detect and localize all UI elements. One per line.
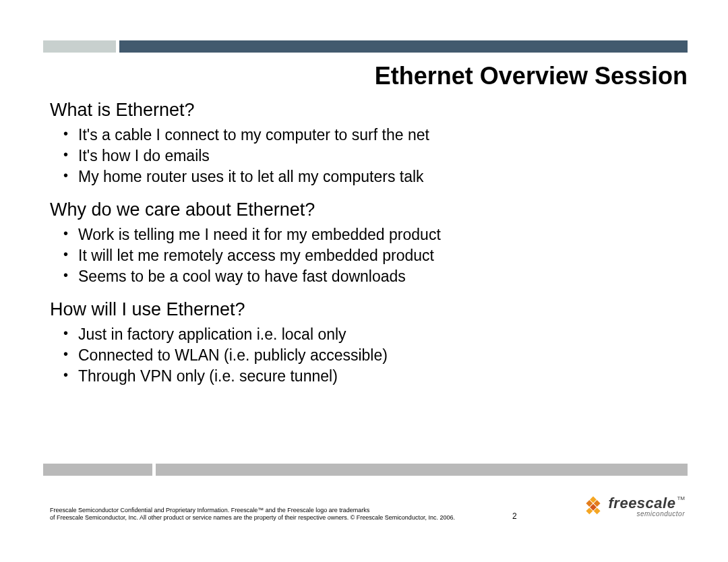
freescale-logo-icon	[582, 495, 605, 518]
bullet-item: It will let me remotely access my embedd…	[78, 245, 688, 266]
bullet-item: Connected to WLAN (i.e. publicly accessi…	[78, 345, 688, 366]
section-heading: Why do we care about Ethernet?	[50, 199, 688, 220]
bullet-item: Through VPN only (i.e. secure tunnel)	[78, 366, 688, 387]
page-number: 2	[512, 511, 517, 521]
bullet-item: Just in factory application i.e. local o…	[78, 324, 688, 345]
section-0: What is Ethernet? It's a cable I connect…	[50, 100, 688, 187]
bullet-item: Work is telling me I need it for my embe…	[78, 224, 688, 245]
bar-segment-light	[43, 40, 116, 53]
slide: Ethernet Overview Session What is Ethern…	[0, 0, 728, 562]
section-heading: How will I use Ethernet?	[50, 299, 688, 320]
logo-tm: TM	[677, 496, 685, 501]
logo-subtitle: semiconductor	[609, 511, 685, 518]
slide-content: What is Ethernet? It's a cable I connect…	[50, 100, 688, 399]
bullet-item: Seems to be a cool way to have fast down…	[78, 266, 688, 287]
footer-line-1: Freescale Semiconductor Confidential and…	[50, 507, 369, 513]
footer-line-2: of Freescale Semiconductor, Inc. All oth…	[50, 514, 455, 521]
section-heading: What is Ethernet?	[50, 100, 688, 121]
bullet-list: Just in factory application i.e. local o…	[50, 324, 688, 387]
bullet-list: Work is telling me I need it for my embe…	[50, 224, 688, 287]
bottom-decor-notch	[152, 464, 156, 480]
slide-title: Ethernet Overview Session	[375, 62, 688, 90]
bullet-item: My home router uses it to let all my com…	[78, 166, 688, 187]
bottom-decor-bar	[43, 464, 688, 476]
logo-main-line: freescale TM	[609, 496, 685, 511]
logo-name: freescale	[609, 496, 676, 511]
top-decor-bar	[43, 40, 688, 53]
logo-text-block: freescale TM semiconductor	[609, 496, 685, 518]
footer-disclaimer: Freescale Semiconductor Confidential and…	[50, 507, 481, 522]
bullet-item: It's how I do emails	[78, 146, 688, 166]
bullet-list: It's a cable I connect to my computer to…	[50, 125, 688, 187]
freescale-logo: freescale TM semiconductor	[582, 495, 685, 518]
section-2: How will I use Ethernet? Just in factory…	[50, 299, 688, 387]
section-1: Why do we care about Ethernet? Work is t…	[50, 199, 688, 287]
bar-segment-dark	[119, 40, 688, 53]
bullet-item: It's a cable I connect to my computer to…	[78, 125, 688, 146]
